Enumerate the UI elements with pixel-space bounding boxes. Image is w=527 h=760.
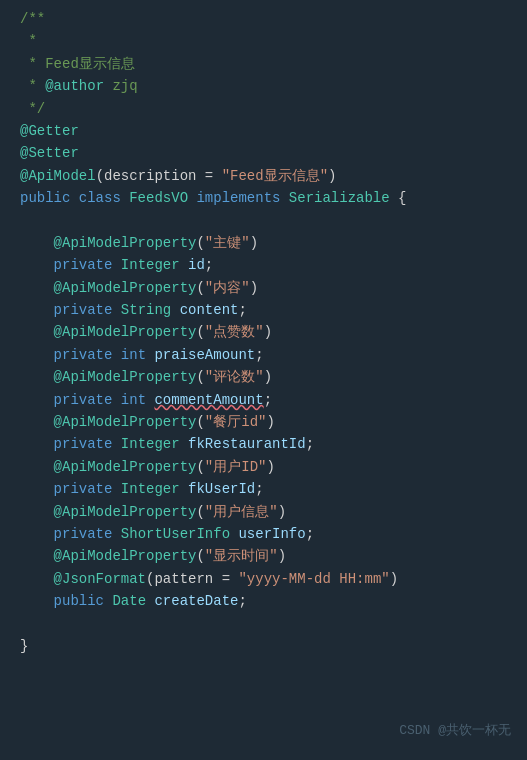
code-keyword: private <box>54 433 121 455</box>
code-param: fkUserId <box>188 478 255 500</box>
line-28 <box>20 613 527 635</box>
line-15: @ApiModelProperty("点赞数") <box>20 321 527 343</box>
code-text: { <box>398 187 406 209</box>
code-keyword: public class <box>20 187 129 209</box>
code-text: ( <box>196 321 204 343</box>
code-text: * <box>20 75 45 97</box>
code-param: id <box>188 254 205 276</box>
code-text: ; <box>255 478 263 500</box>
code-text <box>20 478 54 500</box>
line-9: public class FeedsVO implements Serializ… <box>20 187 527 209</box>
code-text: ) <box>264 366 272 388</box>
code-text: /** <box>20 8 45 30</box>
code-text: (pattern = <box>146 568 238 590</box>
code-string: "显示时间" <box>205 545 278 567</box>
line-13: @ApiModelProperty("内容") <box>20 277 527 299</box>
code-string: "Feed显示信息" <box>222 165 328 187</box>
code-text: ) <box>266 456 274 478</box>
line-5: */ <box>20 98 527 120</box>
code-text <box>20 299 54 321</box>
code-text: ( <box>196 501 204 523</box>
code-text: */ <box>20 98 45 120</box>
code-text: ; <box>306 523 314 545</box>
code-block: /** * * Feed显示信息 * @author zjq */ @Gette… <box>0 0 527 665</box>
code-text: ) <box>250 232 258 254</box>
line-18: private int commentAmount; <box>20 389 527 411</box>
code-annotation: @JsonFormat <box>54 568 146 590</box>
line-21: @ApiModelProperty("用户ID") <box>20 456 527 478</box>
code-text <box>20 344 54 366</box>
code-text: ) <box>250 277 258 299</box>
code-text <box>20 366 54 388</box>
code-text: ( <box>196 232 204 254</box>
code-class: Serializable <box>289 187 398 209</box>
code-annotation: @ApiModelProperty <box>54 545 197 567</box>
code-type: ShortUserInfo <box>121 523 239 545</box>
code-annotation: @ApiModelProperty <box>54 277 197 299</box>
code-string: "用户ID" <box>205 456 267 478</box>
code-text: ; <box>306 433 314 455</box>
code-text: } <box>20 635 28 657</box>
code-text: ; <box>238 299 246 321</box>
code-type: Date <box>112 590 154 612</box>
code-param: commentAmount <box>154 389 263 411</box>
code-string: "评论数" <box>205 366 264 388</box>
code-text: ( <box>196 456 204 478</box>
code-text: (description = <box>96 165 222 187</box>
code-text: ; <box>205 254 213 276</box>
code-keyword: public <box>54 590 113 612</box>
code-text <box>20 254 54 276</box>
code-keyword: private <box>54 344 121 366</box>
code-string: "内容" <box>205 277 250 299</box>
code-keyword: int <box>121 344 155 366</box>
code-text <box>20 277 54 299</box>
code-string: "用户信息" <box>205 501 278 523</box>
code-text <box>20 411 54 433</box>
line-25: @ApiModelProperty("显示时间") <box>20 545 527 567</box>
code-keyword: private <box>54 389 121 411</box>
code-text <box>20 456 54 478</box>
line-20: private Integer fkRestaurantId; <box>20 433 527 455</box>
code-string: "主键" <box>205 232 250 254</box>
code-annotation: @ApiModelProperty <box>54 456 197 478</box>
code-text <box>20 523 54 545</box>
line-4: * @author zjq <box>20 75 527 97</box>
code-annotation: @Getter <box>20 120 79 142</box>
code-text: ( <box>196 366 204 388</box>
line-3: * Feed显示信息 <box>20 53 527 75</box>
code-annotation: @ApiModelProperty <box>54 411 197 433</box>
code-param: createDate <box>154 590 238 612</box>
code-text: * <box>20 30 37 52</box>
line-14: private String content; <box>20 299 527 321</box>
code-keyword: int <box>121 389 155 411</box>
line-19: @ApiModelProperty("餐厅id") <box>20 411 527 433</box>
code-annotation: @ApiModelProperty <box>54 232 197 254</box>
code-keyword: private <box>54 478 121 500</box>
code-text <box>20 232 54 254</box>
line-29: } <box>20 635 527 657</box>
code-annotation: @author <box>45 75 104 97</box>
code-keyword: private <box>54 523 121 545</box>
code-string: "点赞数" <box>205 321 264 343</box>
code-text: zjq <box>104 75 138 97</box>
line-23: @ApiModelProperty("用户信息") <box>20 501 527 523</box>
code-param: fkRestaurantId <box>188 433 306 455</box>
code-text <box>20 433 54 455</box>
line-27: public Date createDate; <box>20 590 527 612</box>
code-keyword: implements <box>196 187 288 209</box>
code-type: Integer <box>121 254 188 276</box>
code-text: ( <box>196 277 204 299</box>
code-text: ) <box>328 165 336 187</box>
line-24: private ShortUserInfo userInfo; <box>20 523 527 545</box>
code-annotation: @ApiModelProperty <box>54 321 197 343</box>
code-text: ; <box>255 344 263 366</box>
code-param: content <box>180 299 239 321</box>
code-text: * Feed显示信息 <box>20 53 135 75</box>
code-type: String <box>121 299 180 321</box>
code-text <box>20 568 54 590</box>
code-text: ; <box>238 590 246 612</box>
code-text: ( <box>196 545 204 567</box>
line-22: private Integer fkUserId; <box>20 478 527 500</box>
code-text: ) <box>278 545 286 567</box>
line-10 <box>20 210 527 232</box>
